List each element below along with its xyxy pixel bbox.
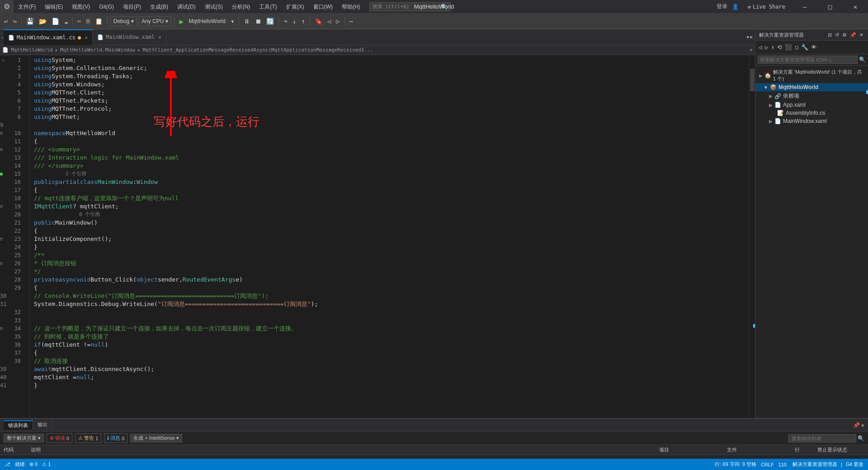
sol-refresh-icon[interactable]: ↺ — [834, 31, 840, 39]
code-editor[interactable]: using System; using System.Collections.G… — [29, 55, 749, 418]
git-changes-link[interactable]: Git 更改 — [846, 461, 863, 468]
toolbar-redo[interactable]: ↪ — [11, 17, 18, 26]
tree-solution-root[interactable]: ▶ 🏠 解决方案 'MqttHelloWorld' (1 个项目，共 1 个) — [755, 68, 868, 83]
status-warnings[interactable]: ⚠ 1 — [42, 461, 51, 467]
menu-extensions[interactable]: 扩展(X) — [282, 0, 309, 14]
menu-item-logo[interactable]: ⚙ — [0, 0, 14, 14]
col-file[interactable]: 文件 — [723, 445, 791, 455]
toolbar-publish[interactable]: ☁ — [62, 17, 70, 26]
status-errors[interactable]: ⊗ 0 — [29, 461, 38, 467]
sol-settings-icon[interactable]: ⚙ — [841, 31, 848, 39]
tab-mainwindow-cs[interactable]: 📄 MainWindow.xaml.cs ● ✕ — [4, 29, 93, 45]
error-search-icon[interactable]: 🔍 — [858, 435, 864, 442]
nav-method[interactable]: MqttClient_ApplicationMessageReceivedAsy… — [143, 47, 747, 53]
nav-project[interactable]: MqttHelloWorld — [11, 47, 53, 53]
toolbar-new[interactable]: 📄 — [50, 17, 61, 26]
tree-project-root[interactable]: ▼ 📦 MqttHelloWorld — [755, 83, 868, 91]
toolbar-step-into[interactable]: ↓ — [291, 17, 298, 26]
tree-app-xaml[interactable]: ▶ 📄 App.xaml — [755, 101, 868, 109]
sol-tb-back[interactable]: ◁ — [758, 43, 763, 52]
toolbar-step-over[interactable]: ↷ — [282, 17, 289, 26]
live-share-button[interactable]: ⇄ Live Share — [743, 4, 790, 10]
toolbar-pause[interactable]: ⏸ — [242, 17, 252, 26]
sol-tb-fwd[interactable]: ▷ — [764, 43, 769, 52]
output-tab[interactable]: 输出 — [33, 420, 52, 430]
close-button[interactable]: ✕ — [845, 0, 866, 14]
toolbar-run-options[interactable]: ▾ — [229, 17, 236, 26]
error-count-badge[interactable]: ⊗ 错误 0 — [47, 433, 72, 443]
toolbar-stop[interactable]: ⏹ — [253, 17, 263, 26]
col-project[interactable]: 项目 — [656, 445, 723, 455]
col-suppress[interactable]: 禁止显示状态 — [814, 445, 868, 455]
error-scope-dropdown[interactable]: 整个解决方案 ▾ — [4, 434, 44, 442]
sol-tb-show-all[interactable]: ◻ — [794, 43, 799, 52]
solution-search-input[interactable] — [758, 56, 858, 64]
sol-pin-icon[interactable]: 📌 — [849, 31, 857, 39]
toolbar-open[interactable]: 📂 — [37, 17, 48, 26]
sol-tb-prop[interactable]: 🔧 — [800, 43, 809, 52]
menu-git[interactable]: Git(G) — [94, 0, 118, 14]
minimize-button[interactable]: — — [794, 0, 815, 14]
build-filter-dropdown[interactable]: 生成 + IntelliSense ▾ — [130, 434, 182, 442]
menu-view[interactable]: 视图(V) — [67, 0, 94, 14]
menu-debug[interactable]: 调试(D) — [173, 0, 200, 14]
col-description[interactable]: 说明 — [27, 445, 656, 455]
menu-window[interactable]: 窗口(W) — [309, 0, 337, 14]
toolbar-paste[interactable]: 📋 — [93, 17, 104, 26]
menu-help[interactable]: 帮助(H) — [337, 0, 365, 14]
toolbar-undo[interactable]: ↩ — [2, 17, 9, 26]
debug-config-dropdown[interactable]: Debug ▾ — [110, 16, 137, 26]
tab-close-icon[interactable]: ✕ — [85, 35, 88, 41]
menu-tools[interactable]: 工具(T) — [255, 0, 281, 14]
menu-build[interactable]: 生成(B) — [146, 0, 173, 14]
tab-mainwindow-xaml[interactable]: 📄 MainWindow.xaml ✕ — [93, 29, 166, 45]
toolbar-more[interactable]: ⋯ — [348, 17, 355, 26]
sol-tb-preview[interactable]: 👁 — [810, 43, 818, 52]
menu-analyze[interactable]: 分析(N) — [227, 0, 255, 14]
toolbar-cut[interactable]: ✂ — [75, 17, 83, 26]
run-button[interactable]: ▶ — [177, 17, 185, 26]
tree-mainwindow-xaml[interactable]: ▶ 📄 MainWindow.xaml — [755, 117, 868, 125]
tree-dependencies[interactable]: ▶ 🔗 依赖项 — [755, 91, 868, 101]
tree-assembly-info[interactable]: 📝 AssemblyInfo.cs — [755, 109, 868, 117]
toolbar-step-out[interactable]: ↑ — [299, 17, 307, 26]
toolbar-save[interactable]: 💾 — [24, 17, 36, 26]
col-code[interactable]: 代码 — [0, 445, 27, 455]
platform-dropdown[interactable]: Any CPU ▾ — [138, 16, 171, 26]
sol-tb-sync[interactable]: ⟲ — [776, 43, 783, 52]
tab-dropdown-btn[interactable]: ▾ — [746, 34, 750, 40]
col-line[interactable]: 行 — [791, 445, 814, 455]
error-panel-close[interactable]: ✕ — [861, 422, 864, 428]
maximize-button[interactable]: □ — [820, 0, 840, 14]
scrollbar-thumb[interactable] — [750, 69, 755, 91]
account-icon[interactable]: 👤 — [732, 4, 739, 10]
tab-xaml-close-icon[interactable]: ✕ — [158, 34, 161, 40]
toolbar-restart[interactable]: 🔄 — [264, 17, 276, 26]
sol-tb-up[interactable]: ↑ — [770, 43, 776, 52]
tab-close-all-btn[interactable]: ✕ — [750, 34, 753, 40]
error-search-input[interactable] — [788, 434, 856, 442]
toolbar-nav-fwd[interactable]: ▷ — [334, 17, 341, 26]
nav-add-btn[interactable]: + — [749, 47, 753, 53]
menu-edit[interactable]: 编辑(E) — [40, 0, 67, 14]
tab-scroll-left[interactable]: ◁ — [0, 33, 4, 41]
toolbar-nav-back[interactable]: ◁ — [326, 17, 333, 26]
error-list-tab[interactable]: 错误列表 — [4, 420, 33, 430]
sol-tb-filter[interactable]: ⬛ — [784, 43, 793, 52]
message-count-badge[interactable]: ℹ 消息 0 — [104, 433, 127, 443]
toolbar-copy[interactable]: ⎘ — [85, 17, 92, 26]
toolbar-bookmark[interactable]: 🔖 — [313, 17, 324, 26]
menu-project[interactable]: 项目(P) — [118, 0, 146, 14]
nav-separator-1: ▸ — [55, 47, 58, 53]
nav-class[interactable]: MqttHelloWorld.MainWindow — [60, 47, 135, 53]
sol-explorer-link[interactable]: 解决方案资源管理器 — [793, 461, 837, 468]
error-panel-pin[interactable]: 📌 — [853, 422, 860, 428]
menu-file[interactable]: 文件(F) — [14, 0, 40, 14]
warning-count-badge[interactable]: ⚠ 警告 1 — [75, 433, 101, 443]
vertical-scrollbar[interactable] — [749, 55, 755, 418]
sol-collapse-icon[interactable]: ⊟ — [827, 31, 833, 39]
sol-close-icon[interactable]: ✕ — [859, 31, 864, 39]
menu-test[interactable]: 测试(S) — [200, 0, 227, 14]
sol-search-icon[interactable]: 🔍 — [859, 56, 866, 63]
signin-label[interactable]: 登录 — [717, 3, 727, 10]
